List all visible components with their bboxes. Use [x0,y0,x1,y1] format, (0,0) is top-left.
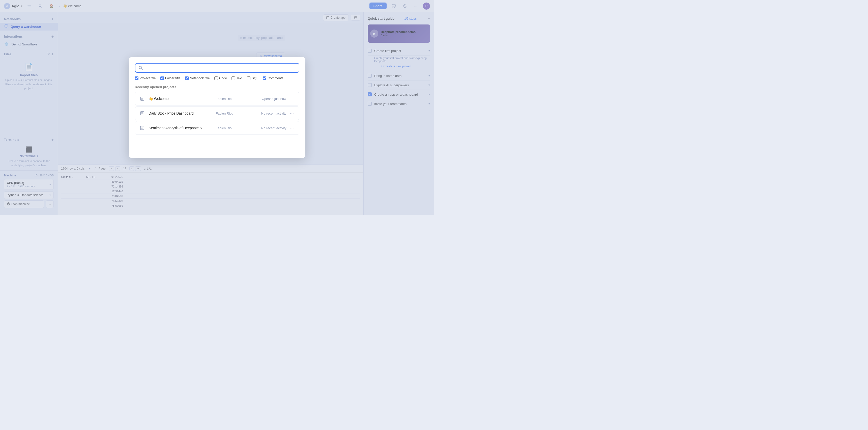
project-more-stock[interactable]: ··· [288,111,296,116]
project-more-sentiment[interactable]: ··· [288,125,296,131]
project-icon-welcome [139,95,146,102]
project-row-sentiment[interactable]: Sentiment Analysis of Deepnote S... Fabi… [135,121,299,135]
filter-folder-title-label: Folder title [165,76,181,80]
project-row-stock[interactable]: Daily Stock Price Dashboard Fabien Riou … [135,107,299,120]
project-owner-welcome: Fabien Riou [216,97,246,101]
search-input[interactable] [145,66,296,70]
project-icon-sentiment [139,124,146,132]
filter-notebook-title-label: Notebook title [190,76,210,80]
filter-notebook-title-checkbox[interactable] [185,77,189,80]
project-time-stock: No recent activity [246,112,286,115]
project-more-welcome[interactable]: ··· [288,96,296,102]
filter-comments[interactable]: Comments [263,76,283,80]
filter-project-title-checkbox[interactable] [135,77,138,80]
filter-comments-label: Comments [268,76,283,80]
filter-comments-checkbox[interactable] [263,77,266,80]
search-bar [135,63,299,73]
project-row-welcome[interactable]: 👋 Welcome Fabien Riou Opened just now ··… [135,92,299,106]
filter-project-title-label: Project title [140,76,156,80]
filter-text-label: Text [236,76,242,80]
project-name-stock: Daily Stock Price Dashboard [149,111,216,115]
project-name-sentiment: Sentiment Analysis of Deepnote S... [149,126,216,130]
filter-code-label: Code [219,76,227,80]
filter-notebook-title[interactable]: Notebook title [185,76,210,80]
project-time-welcome: Opened just now [246,97,286,101]
filter-sql-checkbox[interactable] [247,77,250,80]
filter-project-title[interactable]: Project title [135,76,156,80]
project-time-sentiment: No recent activity [246,126,286,130]
modal-backdrop[interactable]: Project title Folder title Notebook titl… [0,0,434,215]
filter-text-checkbox[interactable] [231,77,235,80]
project-owner-stock: Fabien Riou [216,112,246,115]
search-icon [138,66,143,70]
recently-opened-title: Recently opened projects [135,85,299,89]
search-modal: Project title Folder title Notebook titl… [129,57,305,158]
project-name-welcome: 👋 Welcome [149,97,216,101]
filter-code-checkbox[interactable] [214,77,218,80]
filter-folder-title-checkbox[interactable] [160,77,164,80]
filter-sql-label: SQL [252,76,258,80]
project-owner-sentiment: Fabien Riou [216,126,246,130]
filter-folder-title[interactable]: Folder title [160,76,181,80]
filter-text[interactable]: Text [231,76,242,80]
filter-row: Project title Folder title Notebook titl… [135,76,299,80]
project-list: 👋 Welcome Fabien Riou Opened just now ··… [135,92,299,135]
svg-line-12 [141,69,143,70]
project-icon-stock [139,110,146,117]
filter-sql[interactable]: SQL [247,76,258,80]
filter-code[interactable]: Code [214,76,227,80]
